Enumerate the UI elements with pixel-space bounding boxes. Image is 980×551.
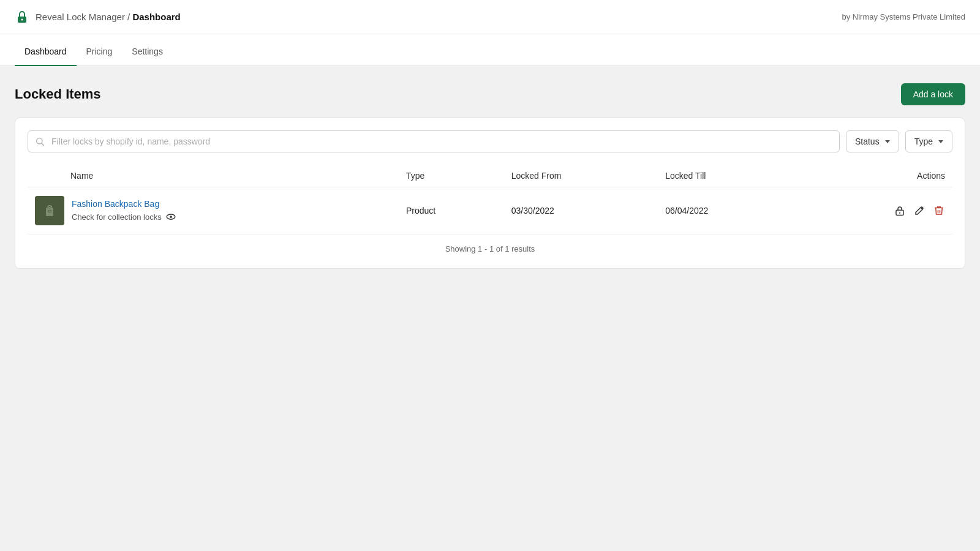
collection-check-text: Check for collection locks [72,212,162,222]
table-row: Fashion Backpack Bag Check for collectio… [28,187,952,234]
vendor-label: by Nirmay Systems Private Limited [842,12,965,21]
search-icon [35,137,45,146]
col-name: Name [28,165,399,187]
tab-dashboard[interactable]: Dashboard [15,38,77,66]
actions-cell [795,187,952,234]
svg-point-1 [21,18,23,20]
product-info: Fashion Backpack Bag Check for collectio… [72,199,176,222]
col-type: Type [399,165,504,187]
locked-items-table: Name Type Locked From Locked Till Action… [28,165,952,234]
locked-till-cell: 06/04/2022 [658,187,795,234]
collection-check-row: Check for collection locks [72,211,176,222]
product-type-cell: Product [399,187,504,234]
search-input[interactable] [28,130,840,152]
chevron-down-icon [938,140,943,143]
chevron-down-icon [885,140,890,143]
svg-line-3 [42,143,44,146]
table-card: Status Type Name Type Locked F [15,118,965,269]
nav-tabs: Dashboard Pricing Settings [0,34,980,66]
add-lock-button[interactable]: Add a lock [901,83,965,105]
product-name-link[interactable]: Fashion Backpack Bag [72,199,176,209]
tab-settings[interactable]: Settings [122,38,173,66]
product-name-cell: Fashion Backpack Bag Check for collectio… [28,187,399,234]
svg-point-8 [170,216,172,218]
delete-action-icon[interactable] [933,204,945,217]
product-cell: Fashion Backpack Bag Check for collectio… [35,196,391,225]
col-actions: Actions [795,165,952,187]
svg-rect-6 [48,211,51,212]
eye-icon[interactable] [165,211,176,222]
product-thumbnail [35,196,64,225]
type-filter-button[interactable]: Type [905,130,952,152]
page-header-row: Locked Items Add a lock [15,83,965,105]
locked-from-cell: 03/30/2022 [504,187,658,234]
actions-group [802,204,945,217]
tab-pricing[interactable]: Pricing [77,38,123,66]
svg-point-10 [899,212,900,214]
lock-action-icon[interactable] [894,204,906,217]
pagination-row: Showing 1 - 1 of 1 results [28,234,952,256]
col-locked-till: Locked Till [658,165,795,187]
backpack-image [40,201,59,220]
app-title: Reveal Lock Manager / Dashboard [36,12,181,22]
edit-action-icon[interactable] [913,204,925,217]
status-filter-button[interactable]: Status [846,130,899,152]
pagination-text: Showing 1 - 1 of 1 results [445,244,535,253]
col-locked-from: Locked From [504,165,658,187]
app-brand: Reveal Lock Manager / Dashboard [15,10,181,24]
search-wrapper [28,130,840,152]
main-content: Locked Items Add a lock Status Type [0,66,980,286]
app-lock-icon [15,10,29,24]
page-title: Locked Items [15,86,101,102]
filter-row: Status Type [28,130,952,152]
table-header-row: Name Type Locked From Locked Till Action… [28,165,952,187]
top-header: Reveal Lock Manager / Dashboard by Nirma… [0,0,980,34]
